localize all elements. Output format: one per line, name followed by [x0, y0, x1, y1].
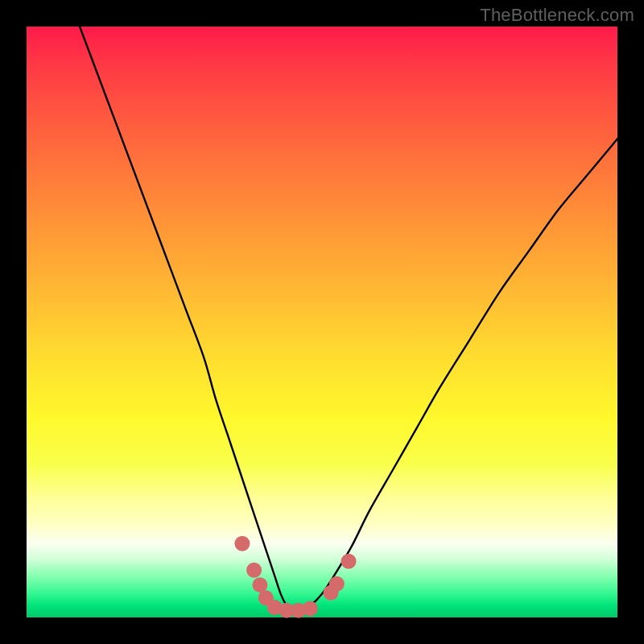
curve-layer: [80, 27, 620, 613]
marker-layer: [234, 536, 356, 618]
data-marker: [234, 536, 250, 551]
data-marker: [329, 576, 345, 592]
data-marker: [303, 601, 318, 616]
plot-area: [27, 27, 617, 617]
data-marker: [246, 563, 262, 578]
watermark-text: TheBottleneck.com: [480, 5, 634, 26]
chart-svg: [27, 27, 617, 617]
bottleneck-curve: [80, 27, 620, 613]
data-marker: [341, 554, 357, 569]
data-marker: [252, 577, 267, 592]
outer-frame: TheBottleneck.com: [0, 0, 644, 644]
